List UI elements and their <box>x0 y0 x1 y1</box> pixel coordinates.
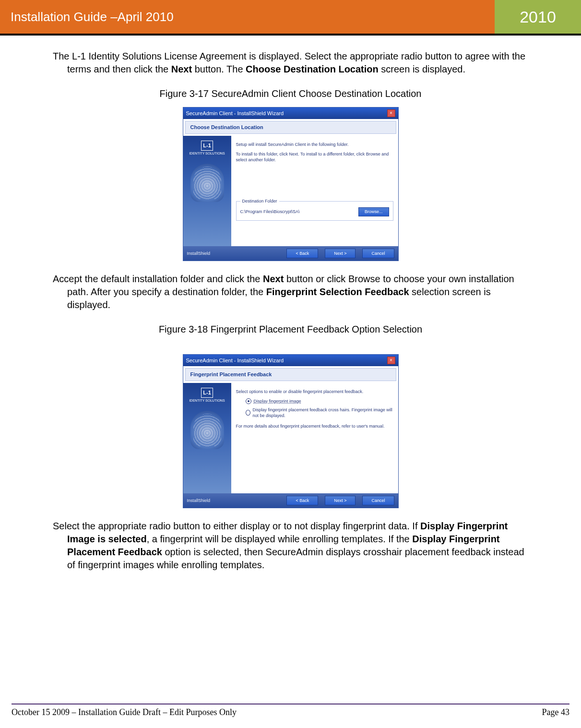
text: Select the appropriate radio button to e… <box>53 521 420 531</box>
bold-text: Fingerprint Selection Feedback <box>266 286 409 297</box>
text: Select options to enable or disable fing… <box>236 389 393 394</box>
browse-button[interactable]: Browse... <box>358 207 389 216</box>
text: screen is displayed. <box>379 64 465 74</box>
back-button[interactable]: < Back <box>286 496 318 505</box>
wizard-footer: InstallShield < Back Next > Cancel <box>183 493 398 508</box>
paragraph-2: Accept the default installation folder a… <box>53 273 528 311</box>
back-button[interactable]: < Back <box>286 249 318 258</box>
figure-caption-1: Figure 3-17 SecureAdmin Client Choose De… <box>53 87 528 100</box>
next-button[interactable]: Next > <box>325 496 356 505</box>
text: Setup will install SecureAdmin Client in… <box>236 142 393 147</box>
radio-icon[interactable] <box>246 410 250 416</box>
window-titlebar: SecureAdmin Client - InstallShield Wizar… <box>183 107 398 119</box>
text: For more details about fingerprint place… <box>236 423 393 429</box>
logo-icon: L-1 <box>201 141 213 151</box>
header-year: 2010 <box>495 0 581 34</box>
radio-label: Display fingerprint placement feedback c… <box>253 407 393 418</box>
window-titlebar: SecureAdmin Client - InstallShield Wizar… <box>183 355 398 366</box>
bold-text: Next <box>171 64 192 74</box>
close-icon[interactable]: × <box>387 357 395 364</box>
paragraph-3: Select the appropriate radio button to e… <box>53 520 528 572</box>
footer-right: Page 43 <box>542 707 570 717</box>
wizard-main: Select options to enable or disable fing… <box>231 383 398 493</box>
logo-icon: L-1 <box>201 388 213 398</box>
wizard-sidebar: L-1 IDENTITY SOLUTIONS <box>183 136 231 246</box>
radio-icon[interactable] <box>246 398 251 404</box>
group-label: Destination Folder <box>240 199 279 203</box>
page-footer: October 15 2009 – Installation Guide Dra… <box>12 704 569 717</box>
page-header: Installation Guide –April 2010 2010 <box>0 0 581 36</box>
radio-option-crosshairs[interactable]: Display fingerprint placement feedback c… <box>246 407 393 418</box>
wizard-subtitle: Fingerprint Placement Feedback <box>185 368 396 381</box>
footer-brand: InstallShield <box>187 251 211 256</box>
paragraph-1: The L-1 Identity Solutions License Agree… <box>53 50 528 76</box>
footer-brand: InstallShield <box>187 498 211 503</box>
bold-text: Next <box>263 274 284 284</box>
bold-text: Choose Destination Location <box>246 64 379 74</box>
screenshot-fingerprint-feedback: SecureAdmin Client - InstallShield Wizar… <box>183 354 399 508</box>
window-title: SecureAdmin Client - InstallShield Wizar… <box>186 110 284 117</box>
fingerprint-icon <box>190 164 224 202</box>
cancel-button[interactable]: Cancel <box>362 496 394 505</box>
destination-path: C:\Program Files\Bioscrypt\SA\ <box>240 209 300 215</box>
radio-option-display-image[interactable]: Display fingerprint image <box>246 398 393 404</box>
text: , a fingerprint will be displayed while … <box>147 534 413 544</box>
wizard-subtitle: Choose Destination Location <box>185 121 396 134</box>
next-button[interactable]: Next > <box>325 249 356 258</box>
cancel-button[interactable]: Cancel <box>362 249 394 258</box>
wizard-main: Setup will install SecureAdmin Client in… <box>231 136 398 246</box>
text: button. The <box>192 64 246 74</box>
logo-subtext: IDENTITY SOLUTIONS <box>189 152 225 155</box>
wizard-sidebar: L-1 IDENTITY SOLUTIONS <box>183 383 231 493</box>
destination-folder-group: Destination Folder C:\Program Files\Bios… <box>236 201 393 220</box>
fingerprint-icon <box>190 411 224 449</box>
footer-left: October 15 2009 – Installation Guide Dra… <box>12 707 237 717</box>
window-title: SecureAdmin Client - InstallShield Wizar… <box>186 357 284 364</box>
screenshot-choose-destination: SecureAdmin Client - InstallShield Wizar… <box>183 107 399 261</box>
figure-caption-2: Figure 3-18 Fingerprint Placement Feedba… <box>53 323 528 336</box>
header-title: Installation Guide –April 2010 <box>0 0 495 34</box>
close-icon[interactable]: × <box>387 109 395 117</box>
logo-subtext: IDENTITY SOLUTIONS <box>189 399 225 403</box>
text: To install to this folder, click Next. T… <box>236 151 393 163</box>
wizard-footer: InstallShield < Back Next > Cancel <box>183 246 398 261</box>
radio-label: Display fingerprint image <box>254 398 301 404</box>
text: Accept the default installation folder a… <box>53 274 263 284</box>
